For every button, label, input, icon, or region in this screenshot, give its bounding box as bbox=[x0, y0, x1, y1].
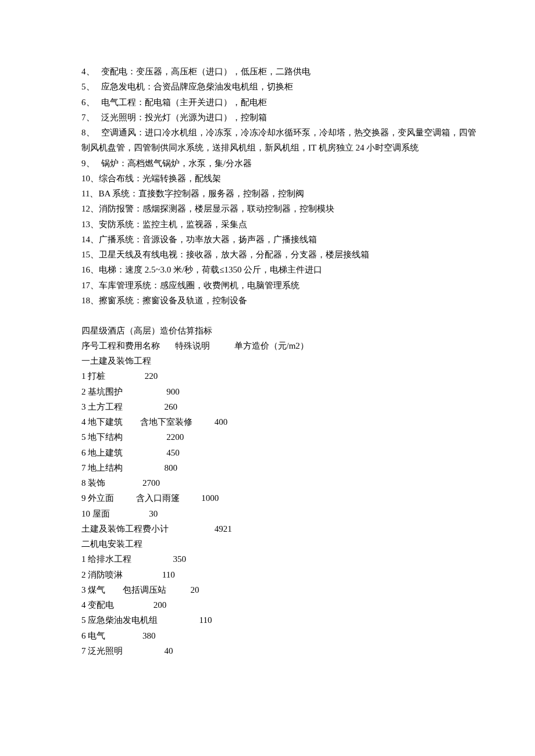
table-row: 1 给排水工程 350 bbox=[81, 551, 454, 567]
list-item: 9、 锅炉：高档燃气锅炉，水泵，集/分水器 bbox=[81, 156, 454, 171]
table-section-1: 1 打桩 220 2 基坑围护 900 3 土方工程 260 4 地下建筑 含地… bbox=[81, 368, 454, 536]
list-item: 5、 应急发电机：合资品牌应急柴油发电机组，切换柜 bbox=[81, 79, 454, 94]
list-item: 4、 变配电：变压器，高压柜（进口），低压柜，二路供电 bbox=[81, 64, 454, 79]
table-row: 土建及装饰工程费小计 4921 bbox=[81, 521, 454, 536]
list-item: 18、擦窗系统：擦窗设备及轨道，控制设备 bbox=[81, 293, 454, 308]
table-row: 5 地下结构 2200 bbox=[81, 429, 454, 445]
table-row: 3 煤气 包括调压站 20 bbox=[81, 582, 454, 597]
list-item: 6、 电气工程：配电箱（主开关进口），配电柜 bbox=[81, 95, 454, 110]
table-row: 10 屋面 30 bbox=[81, 506, 454, 521]
list-item: 14、广播系统：音源设备，功率放大器，扬声器，广播接线箱 bbox=[81, 232, 454, 247]
list-item: 17、车库管理系统：感应线圈，收费闸机，电脑管理系统 bbox=[81, 278, 454, 293]
list-item: 15、卫星天线及有线电视：接收器，放大器，分配器，分支器，楼层接线箱 bbox=[81, 247, 454, 262]
list-item: 12、消防报警：感烟探测器，楼层显示器，联动控制器，控制模块 bbox=[81, 201, 454, 216]
list-item: 制风机盘管，四管制供同水系统，送排风机组，新风机组，IT 机房独立 24 小时空… bbox=[81, 140, 454, 155]
table-row: 2 基坑围护 900 bbox=[81, 384, 454, 399]
table-row: 6 电气 380 bbox=[81, 628, 454, 643]
table-header: 序号工程和费用名称 特殊说明 单方造价（元/m2） bbox=[81, 338, 454, 353]
list-item: 16、电梯：速度 2.5~3.0 米/秒，荷载≤1350 公斤，电梯主件进口 bbox=[81, 262, 454, 277]
table-row: 8 装饰 2700 bbox=[81, 475, 454, 490]
section2-title: 二机电安装工程 bbox=[81, 536, 454, 551]
section1-title: 一土建及装饰工程 bbox=[81, 353, 454, 368]
table-row: 1 打桩 220 bbox=[81, 368, 454, 384]
table-row: 5 应急柴油发电机组 110 bbox=[81, 612, 454, 628]
table-row: 3 土方工程 260 bbox=[81, 399, 454, 414]
numbered-list: 4、 变配电：变压器，高压柜（进口），低压柜，二路供电 5、 应急发电机：合资品… bbox=[81, 64, 454, 308]
table-section-2: 1 给排水工程 350 2 消防喷淋 110 3 煤气 包括调压站 20 4 变… bbox=[81, 551, 454, 658]
list-item: 8、 空调通风：进口冷水机组，冷冻泵，冷冻冷却水循环泵，冷却塔，热交换器，变风量… bbox=[81, 125, 454, 140]
list-item: 11、BA 系统：直接数字控制器，服务器，控制器，控制阀 bbox=[81, 186, 454, 201]
table-row: 2 消防喷淋 110 bbox=[81, 567, 454, 582]
section-title: 四星级酒店（高层）造价估算指标 bbox=[81, 323, 454, 338]
table-row: 7 地上结构 800 bbox=[81, 460, 454, 475]
table-row: 4 变配电 200 bbox=[81, 597, 454, 612]
table-row: 4 地下建筑 含地下室装修 400 bbox=[81, 414, 454, 429]
table-row: 9 外立面 含入口雨篷 1000 bbox=[81, 490, 454, 506]
list-item: 13、安防系统：监控主机，监视器，采集点 bbox=[81, 217, 454, 232]
list-item: 10、综合布线：光端转换器，配线架 bbox=[81, 171, 454, 186]
table-row: 7 泛光照明 40 bbox=[81, 643, 454, 658]
table-row: 6 地上建筑 450 bbox=[81, 445, 454, 460]
list-item: 7、 泛光照明：投光灯（光源为进口），控制箱 bbox=[81, 110, 454, 125]
